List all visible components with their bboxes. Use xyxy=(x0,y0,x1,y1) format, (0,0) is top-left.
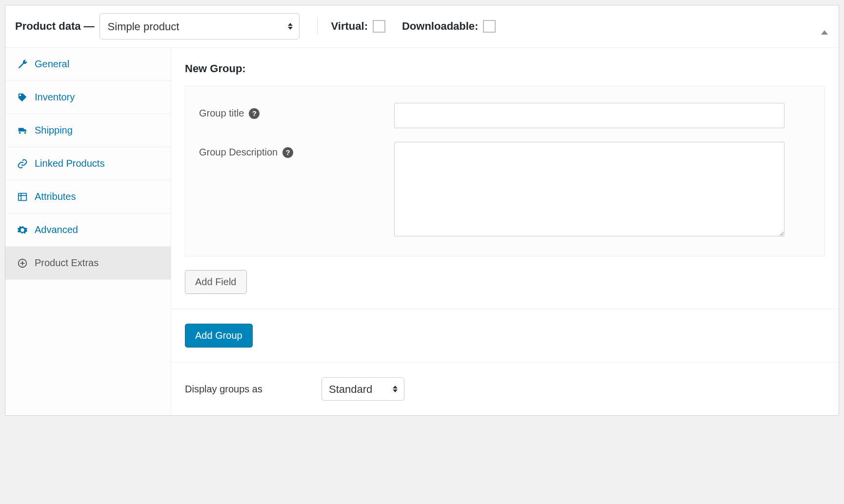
tab-advanced[interactable]: Advanced xyxy=(5,213,171,247)
downloadable-option[interactable]: Downloadable: xyxy=(402,20,496,33)
tab-shipping[interactable]: Shipping xyxy=(5,114,171,147)
tab-label: Advanced xyxy=(35,224,78,235)
product-type-select-wrap: Simple product xyxy=(100,13,300,39)
tab-label: Attributes xyxy=(35,191,76,202)
truck-icon xyxy=(17,125,28,136)
display-groups-select-wrap: Standard xyxy=(322,377,404,401)
product-data-panel: Product data — Simple product Virtual: D… xyxy=(5,5,839,416)
gear-icon xyxy=(17,225,28,235)
help-icon[interactable]: ? xyxy=(249,108,260,119)
display-groups-select[interactable]: Standard xyxy=(322,377,404,401)
product-data-tabs: General Inventory Shipping Linked Produc… xyxy=(5,48,171,415)
tab-linked-products[interactable]: Linked Products xyxy=(5,147,171,180)
add-group-button[interactable]: Add Group xyxy=(185,324,253,348)
tab-attributes[interactable]: Attributes xyxy=(5,180,171,213)
panel-collapse-toggle[interactable] xyxy=(821,22,828,31)
group-description-row: Group Description ? xyxy=(199,142,811,236)
virtual-checkbox[interactable] xyxy=(373,20,385,33)
main-content: New Group: Group title ? Group Descripti… xyxy=(171,48,839,415)
downloadable-checkbox[interactable] xyxy=(483,20,496,33)
tab-product-extras[interactable]: Product Extras xyxy=(5,247,171,280)
tab-label: General xyxy=(35,58,69,70)
tab-inventory[interactable]: Inventory xyxy=(5,81,171,114)
wrench-icon xyxy=(17,59,28,70)
group-box: Group title ? Group Description ? xyxy=(185,86,825,256)
group-description-label-wrap: Group Description ? xyxy=(199,142,394,158)
display-groups-label: Display groups as xyxy=(185,384,302,395)
tab-general[interactable]: General xyxy=(5,48,171,81)
group-title-label: Group title xyxy=(199,108,244,119)
plus-circle-icon xyxy=(17,258,28,269)
vertical-divider xyxy=(317,18,318,35)
group-description-textarea[interactable] xyxy=(394,142,784,236)
group-title-label-wrap: Group title ? xyxy=(199,103,394,119)
group-title-row: Group title ? xyxy=(199,103,811,128)
panel-title: Product data — xyxy=(15,20,95,33)
new-group-section: New Group: Group title ? Group Descripti… xyxy=(171,48,839,309)
product-type-select[interactable]: Simple product xyxy=(100,13,300,39)
tab-label: Inventory xyxy=(35,92,75,103)
add-group-section: Add Group xyxy=(171,309,839,362)
downloadable-label: Downloadable: xyxy=(402,20,478,33)
tab-label: Linked Products xyxy=(35,158,104,169)
panel-body: General Inventory Shipping Linked Produc… xyxy=(5,48,839,415)
panel-header: Product data — Simple product Virtual: D… xyxy=(5,5,839,48)
group-title-input[interactable] xyxy=(394,103,784,128)
tag-icon xyxy=(17,92,28,103)
display-groups-section: Display groups as Standard xyxy=(171,363,839,415)
svg-rect-0 xyxy=(19,193,27,200)
help-icon[interactable]: ? xyxy=(282,147,293,158)
new-group-heading: New Group: xyxy=(185,62,825,75)
list-icon xyxy=(17,192,28,202)
tab-label: Product Extras xyxy=(35,257,99,269)
add-field-button[interactable]: Add Field xyxy=(185,270,247,294)
link-icon xyxy=(17,158,28,169)
group-description-label: Group Description xyxy=(199,147,278,158)
tab-label: Shipping xyxy=(35,125,73,136)
virtual-label: Virtual: xyxy=(331,20,368,33)
virtual-option[interactable]: Virtual: xyxy=(331,20,385,33)
